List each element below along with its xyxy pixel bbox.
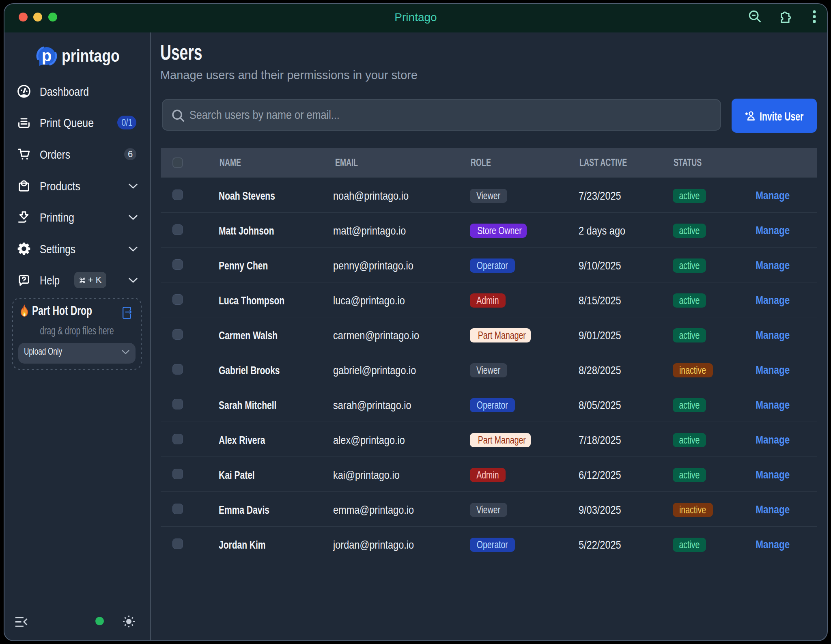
svg-text:p: p	[42, 47, 52, 65]
